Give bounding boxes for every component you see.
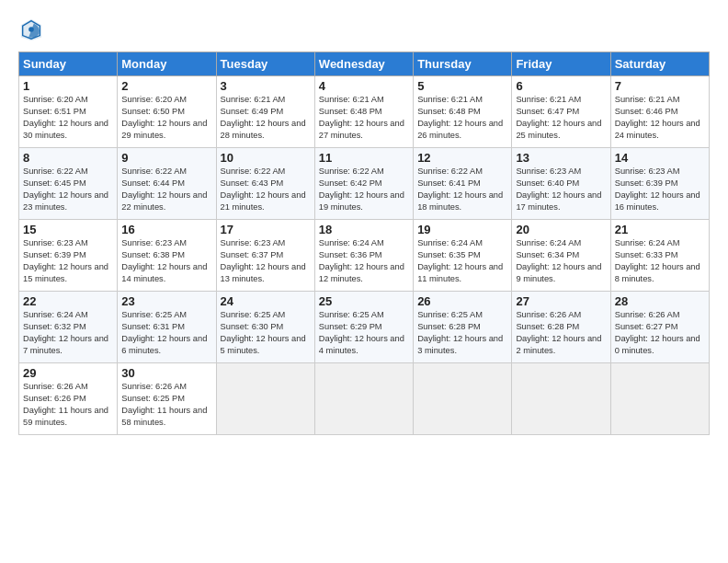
day-info: Sunrise: 6:26 AMSunset: 6:25 PMDaylight:… [121,381,211,429]
calendar-cell: 21Sunrise: 6:24 AMSunset: 6:33 PMDayligh… [610,220,709,292]
day-info: Sunrise: 6:23 AMSunset: 6:40 PMDaylight:… [516,166,606,213]
day-info: Sunrise: 6:24 AMSunset: 6:33 PMDaylight:… [615,237,705,285]
day-info: Sunrise: 6:22 AMSunset: 6:45 PMDaylight:… [23,166,113,213]
calendar-cell [414,363,512,435]
day-number: 29 [23,366,113,380]
calendar-cell: 18Sunrise: 6:24 AMSunset: 6:36 PMDayligh… [314,220,413,292]
calendar-cell: 9Sunrise: 6:22 AMSunset: 6:44 PMDaylight… [118,148,216,220]
day-number: 9 [121,151,211,165]
day-info: Sunrise: 6:21 AMSunset: 6:48 PMDaylight:… [319,94,409,142]
day-info: Sunrise: 6:25 AMSunset: 6:30 PMDaylight:… [221,309,311,357]
calendar-cell: 10Sunrise: 6:22 AMSunset: 6:43 PMDayligh… [216,148,314,220]
day-info: Sunrise: 6:21 AMSunset: 6:47 PMDaylight:… [516,94,606,142]
calendar-cell: 3Sunrise: 6:21 AMSunset: 6:49 PMDaylight… [216,76,314,148]
day-number: 18 [319,223,409,236]
day-info: Sunrise: 6:21 AMSunset: 6:46 PMDaylight:… [615,94,705,142]
day-number: 19 [417,223,507,236]
day-number: 14 [615,151,705,165]
day-info: Sunrise: 6:22 AMSunset: 6:41 PMDaylight:… [417,166,507,213]
weekday-header: Monday [118,52,216,76]
calendar-cell: 19Sunrise: 6:24 AMSunset: 6:35 PMDayligh… [414,220,512,292]
day-info: Sunrise: 6:21 AMSunset: 6:49 PMDaylight:… [221,94,311,142]
weekday-header: Saturday [610,52,709,76]
day-number: 5 [417,79,507,93]
calendar-cell: 16Sunrise: 6:23 AMSunset: 6:38 PMDayligh… [118,220,216,292]
day-number: 15 [23,223,113,236]
calendar-cell: 17Sunrise: 6:23 AMSunset: 6:37 PMDayligh… [216,220,314,292]
calendar-cell [216,363,314,435]
day-number: 28 [615,294,705,308]
weekday-header: Tuesday [216,52,314,76]
calendar-week-row: 29Sunrise: 6:26 AMSunset: 6:26 PMDayligh… [19,363,710,435]
calendar-cell: 8Sunrise: 6:22 AMSunset: 6:45 PMDaylight… [19,148,118,220]
calendar-cell: 29Sunrise: 6:26 AMSunset: 6:26 PMDayligh… [19,363,118,435]
day-info: Sunrise: 6:20 AMSunset: 6:50 PMDaylight:… [121,94,211,142]
day-info: Sunrise: 6:23 AMSunset: 6:38 PMDaylight:… [121,237,211,285]
day-info: Sunrise: 6:25 AMSunset: 6:29 PMDaylight:… [319,309,409,357]
day-number: 6 [516,79,606,93]
calendar-cell: 4Sunrise: 6:21 AMSunset: 6:48 PMDaylight… [314,76,413,148]
day-number: 26 [417,294,507,308]
page: SundayMondayTuesdayWednesdayThursdayFrid… [0,0,728,563]
day-info: Sunrise: 6:22 AMSunset: 6:44 PMDaylight:… [121,166,211,213]
calendar-cell: 23Sunrise: 6:25 AMSunset: 6:31 PMDayligh… [118,292,216,363]
calendar-cell: 15Sunrise: 6:23 AMSunset: 6:39 PMDayligh… [19,220,118,292]
day-info: Sunrise: 6:26 AMSunset: 6:26 PMDaylight:… [23,381,113,429]
day-info: Sunrise: 6:24 AMSunset: 6:34 PMDaylight:… [516,237,606,285]
day-info: Sunrise: 6:22 AMSunset: 6:42 PMDaylight:… [319,166,409,213]
day-info: Sunrise: 6:25 AMSunset: 6:28 PMDaylight:… [417,309,507,357]
day-number: 23 [121,294,211,308]
day-info: Sunrise: 6:26 AMSunset: 6:27 PMDaylight:… [615,309,705,357]
day-number: 11 [319,151,409,165]
day-info: Sunrise: 6:26 AMSunset: 6:28 PMDaylight:… [516,309,606,357]
calendar-cell: 6Sunrise: 6:21 AMSunset: 6:47 PMDaylight… [512,76,610,148]
calendar-cell: 30Sunrise: 6:26 AMSunset: 6:25 PMDayligh… [118,363,216,435]
day-number: 13 [516,151,606,165]
calendar-cell: 13Sunrise: 6:23 AMSunset: 6:40 PMDayligh… [512,148,610,220]
day-info: Sunrise: 6:23 AMSunset: 6:39 PMDaylight:… [23,237,113,285]
calendar-cell: 26Sunrise: 6:25 AMSunset: 6:28 PMDayligh… [414,292,512,363]
calendar-cell [512,363,610,435]
day-number: 30 [121,366,211,380]
calendar-cell: 14Sunrise: 6:23 AMSunset: 6:39 PMDayligh… [610,148,709,220]
day-number: 22 [23,294,113,308]
svg-point-2 [28,27,34,32]
calendar-cell: 11Sunrise: 6:22 AMSunset: 6:42 PMDayligh… [314,148,413,220]
logo [18,17,48,42]
calendar-cell: 2Sunrise: 6:20 AMSunset: 6:50 PMDaylight… [118,76,216,148]
day-number: 1 [23,79,113,93]
day-number: 17 [221,223,311,236]
weekday-header: Wednesday [314,52,413,76]
calendar-cell [314,363,413,435]
day-number: 2 [121,79,211,93]
calendar-cell: 28Sunrise: 6:26 AMSunset: 6:27 PMDayligh… [610,292,709,363]
day-info: Sunrise: 6:24 AMSunset: 6:36 PMDaylight:… [319,237,409,285]
header [18,17,710,42]
day-number: 4 [319,79,409,93]
day-number: 25 [319,294,409,308]
day-number: 10 [221,151,311,165]
calendar-week-row: 22Sunrise: 6:24 AMSunset: 6:32 PMDayligh… [19,292,710,363]
calendar-cell: 1Sunrise: 6:20 AMSunset: 6:51 PMDaylight… [19,76,118,148]
day-info: Sunrise: 6:24 AMSunset: 6:35 PMDaylight:… [417,237,507,285]
day-info: Sunrise: 6:23 AMSunset: 6:37 PMDaylight:… [221,237,311,285]
day-info: Sunrise: 6:24 AMSunset: 6:32 PMDaylight:… [23,309,113,357]
calendar-cell: 20Sunrise: 6:24 AMSunset: 6:34 PMDayligh… [512,220,610,292]
calendar-cell: 5Sunrise: 6:21 AMSunset: 6:48 PMDaylight… [414,76,512,148]
day-number: 16 [121,223,211,236]
day-number: 3 [221,79,311,93]
day-info: Sunrise: 6:20 AMSunset: 6:51 PMDaylight:… [23,94,113,142]
calendar-week-row: 1Sunrise: 6:20 AMSunset: 6:51 PMDaylight… [19,76,710,148]
weekday-header: Sunday [19,52,118,76]
day-info: Sunrise: 6:21 AMSunset: 6:48 PMDaylight:… [417,94,507,142]
calendar-week-row: 15Sunrise: 6:23 AMSunset: 6:39 PMDayligh… [19,220,710,292]
calendar-cell [610,363,709,435]
calendar-header-row: SundayMondayTuesdayWednesdayThursdayFrid… [19,52,710,76]
day-number: 27 [516,294,606,308]
day-info: Sunrise: 6:25 AMSunset: 6:31 PMDaylight:… [121,309,211,357]
day-info: Sunrise: 6:22 AMSunset: 6:43 PMDaylight:… [221,166,311,213]
calendar-cell: 12Sunrise: 6:22 AMSunset: 6:41 PMDayligh… [414,148,512,220]
day-number: 7 [615,79,705,93]
calendar-cell: 27Sunrise: 6:26 AMSunset: 6:28 PMDayligh… [512,292,610,363]
calendar-cell: 7Sunrise: 6:21 AMSunset: 6:46 PMDaylight… [610,76,709,148]
